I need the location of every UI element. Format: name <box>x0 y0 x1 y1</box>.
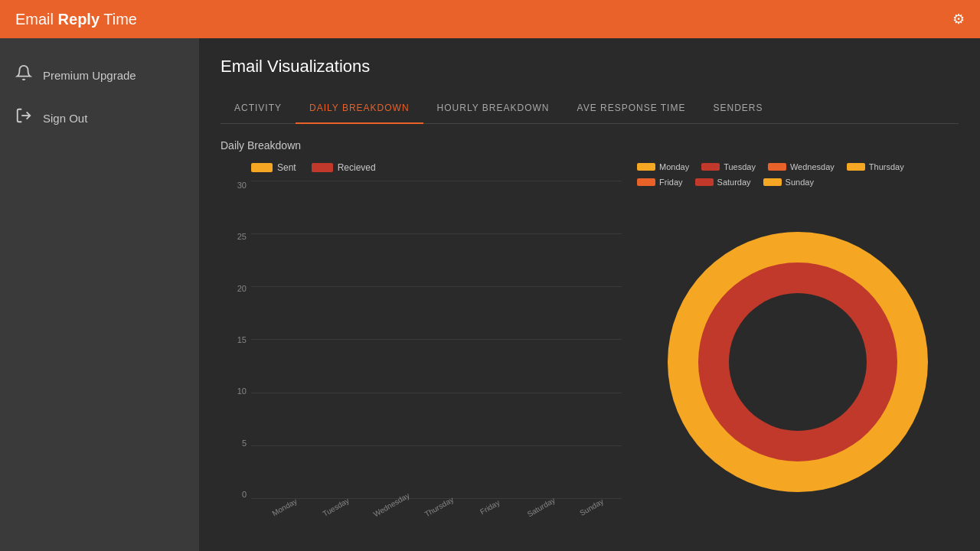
donut-saturday-label: Saturday <box>717 178 751 187</box>
donut-legend: Monday Tuesday Wednesday Thursday <box>637 162 959 187</box>
tab-activity[interactable]: ACTIVITY <box>220 93 296 124</box>
sidebar-item-signout[interactable]: Sign Out <box>0 96 199 139</box>
donut-monday-label: Monday <box>659 162 689 171</box>
y-label-15: 15 <box>237 335 247 344</box>
x-label-tuesday: Tuesday <box>321 496 361 533</box>
sunday-swatch <box>763 178 782 186</box>
x-label-thursday: Thursday <box>423 496 463 533</box>
donut-svg <box>652 217 943 507</box>
tab-bar: ACTIVITY DAILY BREAKDOWN HOURLY BREAKDOW… <box>220 93 959 124</box>
x-label-friday: Friday <box>474 496 514 533</box>
main-content: Email Visualizations ACTIVITY DAILY BREA… <box>199 38 980 551</box>
y-label-10: 10 <box>237 386 247 396</box>
received-swatch <box>312 163 333 172</box>
x-label-wednesday: Wednesday <box>372 496 412 533</box>
donut-legend-friday: Friday <box>637 178 683 187</box>
bar-chart: Sent Recieved 30 25 20 15 10 5 <box>220 162 622 530</box>
y-label-0: 0 <box>242 490 247 499</box>
donut-sunday-label: Sunday <box>786 178 814 187</box>
y-label-30: 30 <box>237 181 247 190</box>
x-label-saturday: Saturday <box>525 496 565 533</box>
donut-svg-wrapper <box>637 194 959 530</box>
donut-legend-tuesday: Tuesday <box>701 162 756 171</box>
saturday-swatch <box>695 178 714 186</box>
section-label: Daily Breakdown <box>220 139 959 152</box>
bar-area: MondayTuesdayWednesdayThursdayFridaySatu… <box>251 181 622 530</box>
x-label-monday: Monday <box>270 496 309 533</box>
donut-legend-wednesday: Wednesday <box>768 162 835 171</box>
tab-hourly-breakdown[interactable]: HOURLY BREAKDOWN <box>423 93 564 124</box>
app-header: Email Reply Time ⚙ <box>0 0 980 38</box>
legend-sent-label: Sent <box>277 162 296 173</box>
monday-swatch <box>637 163 655 171</box>
y-axis: 30 25 20 15 10 5 0 <box>220 181 251 530</box>
donut-friday-label: Friday <box>659 178 683 187</box>
bar-chart-legend: Sent Recieved <box>220 162 622 173</box>
bar-chart-inner: 30 25 20 15 10 5 0 <box>220 181 622 530</box>
donut-center-hole <box>729 293 867 431</box>
thursday-swatch <box>847 163 865 171</box>
settings-icon[interactable]: ⚙ <box>952 11 965 28</box>
main-layout: Premium Upgrade Sign Out Email Visualiza… <box>0 38 980 551</box>
y-label-20: 20 <box>237 284 247 293</box>
sidebar-item-premium[interactable]: Premium Upgrade <box>0 54 199 96</box>
legend-sent: Sent <box>251 162 296 173</box>
donut-thursday-label: Thursday <box>869 162 904 171</box>
bars-group <box>251 181 622 499</box>
donut-legend-monday: Monday <box>637 162 689 171</box>
donut-wednesday-label: Wednesday <box>790 162 835 171</box>
signout-icon <box>15 107 32 129</box>
x-axis: MondayTuesdayWednesdayThursdayFridaySatu… <box>251 499 622 530</box>
donut-legend-thursday: Thursday <box>847 162 904 171</box>
legend-received: Recieved <box>312 162 376 173</box>
tuesday-swatch <box>701 163 720 171</box>
tab-ave-response-time[interactable]: AVE RESPONSE TIME <box>564 93 700 124</box>
sidebar: Premium Upgrade Sign Out <box>0 38 199 551</box>
donut-legend-saturday: Saturday <box>695 178 751 187</box>
friday-swatch <box>637 178 655 186</box>
app-title: Email Reply Time <box>15 11 137 28</box>
sidebar-item-premium-label: Premium Upgrade <box>43 69 136 82</box>
y-label-5: 5 <box>242 439 247 448</box>
legend-received-label: Recieved <box>338 162 376 173</box>
sent-swatch <box>251 163 273 172</box>
tab-daily-breakdown[interactable]: DAILY BREAKDOWN <box>296 93 423 124</box>
tab-senders[interactable]: SENDERS <box>699 93 776 124</box>
y-label-25: 25 <box>237 232 247 241</box>
wednesday-swatch <box>768 163 786 171</box>
x-label-sunday: Sunday <box>577 496 616 533</box>
charts-area: Sent Recieved 30 25 20 15 10 5 <box>220 162 959 530</box>
page-title: Email Visualizations <box>220 57 959 77</box>
bell-icon <box>15 64 32 86</box>
donut-legend-sunday: Sunday <box>763 178 814 187</box>
sidebar-item-signout-label: Sign Out <box>43 112 87 125</box>
donut-chart: Monday Tuesday Wednesday Thursday <box>637 162 959 530</box>
donut-tuesday-label: Tuesday <box>724 162 756 171</box>
